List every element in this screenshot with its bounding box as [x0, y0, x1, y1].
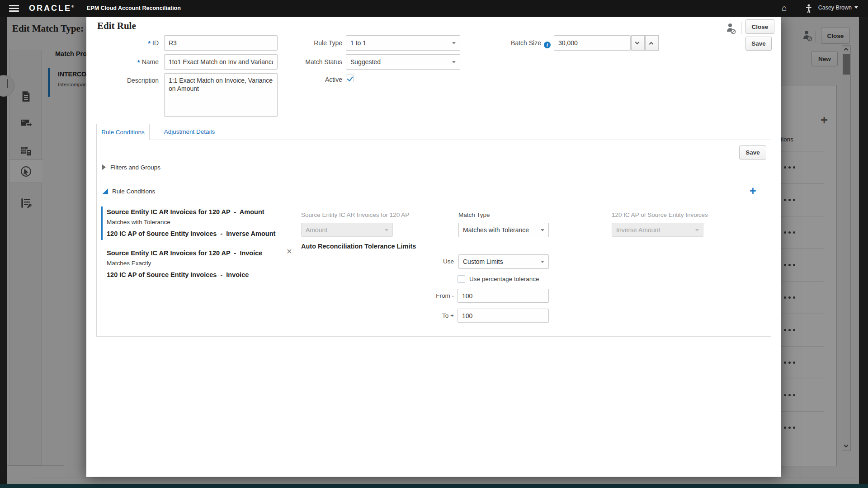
filters-groups-toggle[interactable]: Filters and Groups [102, 163, 160, 171]
required-icon: * [137, 58, 140, 66]
dialog-close-button[interactable]: Close [745, 19, 774, 34]
condition-item[interactable]: Source Entity IC AR Invoices for 120 AP … [101, 206, 275, 240]
description-label: Description [86, 77, 159, 84]
batch-size-field[interactable] [554, 35, 631, 51]
panel-save-button[interactable]: Save [739, 145, 766, 160]
info-icon[interactable]: i [544, 42, 551, 48]
active-checkbox[interactable] [346, 75, 354, 82]
chevron-down-icon [452, 61, 456, 63]
home-icon[interactable]: ⌂ [782, 3, 787, 13]
source-attribute-select: Amount [301, 223, 393, 237]
condition-item[interactable]: Source Entity IC AR Invoices for 120 AP … [101, 248, 262, 281]
tab-adjustment-details[interactable]: Adjustment Details [158, 124, 221, 140]
chevron-up-icon [649, 42, 654, 47]
app-title: EPM Cloud Account Reconciliation [87, 5, 181, 11]
target-attribute-select: Inverse Amount [612, 223, 703, 237]
from-label: From - [409, 292, 454, 299]
user-menu[interactable]: Casey Brown [818, 5, 858, 11]
match-status-label: Match Status [270, 58, 342, 66]
required-icon: * [148, 39, 151, 47]
rule-type-select[interactable]: 1 to 1 [346, 35, 460, 51]
to-field[interactable] [458, 309, 549, 323]
chevron-down-icon [541, 229, 544, 231]
from-field[interactable] [458, 289, 549, 303]
id-field[interactable] [164, 35, 278, 51]
percentage-tolerance-checkbox[interactable] [458, 275, 465, 283]
batch-size-label: Batch Sizei [448, 39, 551, 48]
remove-condition-icon[interactable]: × [287, 247, 292, 256]
menu-icon[interactable] [9, 5, 19, 12]
source-bucket-label: Source Entity IC AR Invoices for 120 AP [301, 211, 409, 218]
add-condition-icon[interactable]: + [750, 184, 756, 197]
to-label: To + [409, 312, 454, 319]
chevron-down-icon [635, 40, 640, 45]
match-status-select[interactable]: Suggested [346, 54, 460, 70]
chevron-down-icon [385, 229, 388, 231]
user-assistance-icon[interactable] [726, 23, 736, 35]
match-type-label: Match Type [458, 211, 490, 218]
chevron-down-icon [695, 229, 699, 231]
edit-rule-dialog: Edit Rule Close Save *ID *Name Descripti… [86, 17, 781, 477]
tab-rule-conditions[interactable]: Rule Conditions [96, 124, 150, 140]
top-bar: ORACLE® EPM Cloud Account Reconciliation… [0, 0, 868, 17]
percentage-tolerance-label: Use percentage tolerance [469, 276, 539, 282]
chevron-down-icon [854, 6, 858, 9]
rule-type-label: Rule Type [270, 39, 342, 47]
expanded-arrow-icon [102, 188, 108, 194]
divider [741, 22, 741, 34]
match-type-select[interactable]: Matches with Tolerance [458, 223, 549, 237]
use-limits-select[interactable]: Custom Limits [458, 254, 549, 269]
dialog-title: Edit Rule [97, 20, 136, 32]
name-field[interactable] [164, 54, 278, 70]
oracle-logo: ORACLE® [29, 4, 74, 13]
divider [101, 181, 766, 181]
active-label: Active [270, 76, 342, 83]
description-field[interactable]: 1:1 Exact Match on Invoice, Variance on … [164, 73, 278, 117]
screen: ORACLE® EPM Cloud Account Reconciliation… [0, 0, 868, 488]
id-label: *ID [86, 39, 159, 47]
step-up-button[interactable] [645, 35, 659, 51]
rule-conditions-toggle[interactable]: Rule Conditions [102, 187, 155, 195]
dialog-save-button[interactable]: Save [745, 37, 772, 51]
collapsed-arrow-icon [102, 164, 106, 170]
tolerance-heading: Auto Reconciliation Tolerance Limits [301, 243, 416, 250]
chevron-down-icon [541, 261, 544, 263]
use-label: Use [413, 258, 454, 265]
accessibility-icon[interactable] [804, 4, 813, 15]
name-label: *Name [86, 58, 159, 66]
rule-conditions-panel: Save Filters and Groups Rule Conditions … [96, 140, 771, 337]
step-down-button[interactable] [631, 35, 645, 51]
target-bucket-label: 120 IC AP of Source Entity Invoices [612, 211, 708, 218]
